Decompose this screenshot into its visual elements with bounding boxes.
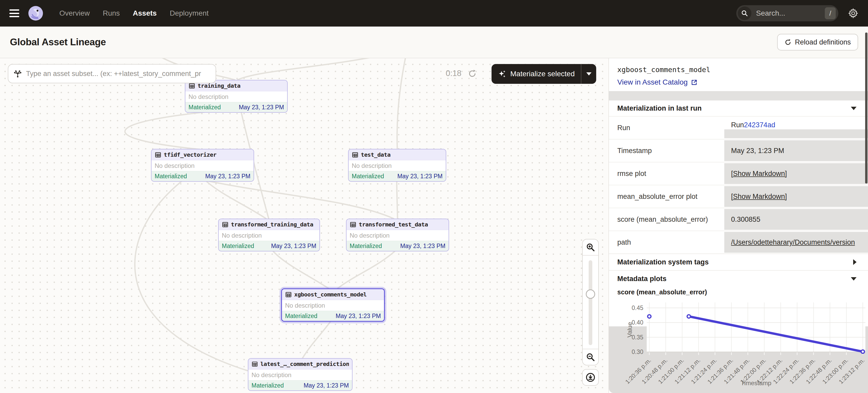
asset-node-header: test_data [349, 150, 446, 160]
asset-node-header: transformed_training_data [219, 219, 319, 230]
page-scrollbar-thumb[interactable] [865, 33, 867, 184]
asset-node-name: latest_…_comment_predictions [260, 361, 349, 367]
menu-icon[interactable] [9, 9, 19, 17]
asset-status-badge: Materialized [251, 382, 284, 389]
collapse-caret-icon [851, 277, 857, 281]
asset-details-panel: xgboost_comments_model View in Asset Cat… [609, 58, 868, 393]
metadata-value-text: 0.300855 [731, 216, 761, 224]
top-nav: OverviewRunsAssetsDeployment Search... / [0, 0, 868, 27]
run-id-link[interactable]: 242374ad [744, 121, 775, 129]
asset-materialized-time: May 23, 1:23 PM [397, 173, 442, 180]
svg-text:0.40: 0.40 [631, 319, 643, 326]
asset-node-name: tfidf_vectorizer [164, 152, 216, 158]
svg-text:Timestamp: Timestamp [741, 380, 771, 387]
metadata-label: rmse plot [617, 162, 646, 185]
asset-node-test_data[interactable]: test_dataNo descriptionMaterializedMay 2… [348, 149, 446, 182]
metadata-value: May 23, 1:23 PM [724, 140, 868, 161]
asset-node-training_data[interactable]: training_dataNo descriptionMaterializedM… [185, 80, 288, 113]
metadata-value-text[interactable]: [Show Markdown] [731, 193, 787, 201]
asset-node-tfidf_vectorizer[interactable]: tfidf_vectorizerNo descriptionMaterializ… [151, 149, 254, 182]
metadata-row-path: path/Users/odetteharary/Documents/versio… [609, 231, 868, 254]
svg-text:0.45: 0.45 [631, 304, 643, 311]
asset-node-name: test_data [361, 152, 391, 158]
metadata-label: Run [617, 117, 630, 139]
metadata-value: 0.300855 [724, 209, 868, 230]
asset-node-name: transformed_test_data [359, 221, 428, 228]
section-materialization-last-run[interactable]: Materialization in last run [609, 100, 868, 116]
svg-text:0.35: 0.35 [631, 334, 643, 341]
nav-item-deployment[interactable]: Deployment [170, 9, 209, 18]
section-metadata-plots[interactable]: Metadata plots [609, 270, 868, 287]
loading-shimmer-strip [724, 129, 868, 138]
search-icon [738, 6, 751, 20]
asset-materialized-time: May 23, 1:23 PM [271, 242, 316, 250]
metadata-value-text[interactable]: /Users/odetteharary/Documents/version [731, 238, 855, 247]
metadata-label: mean_absolute_error plot [617, 185, 698, 208]
svg-text:0.30: 0.30 [631, 349, 643, 355]
zoom-slider-track[interactable] [589, 260, 592, 345]
asset-status-badge: Materialized [188, 104, 221, 111]
asset-status-badge: Materialized [350, 242, 382, 250]
metadata-label: score (mean_absolute_error) [617, 208, 708, 231]
asset-node-description: No description [248, 369, 352, 380]
asset-materialized-time: May 23, 1:23 PM [205, 173, 250, 180]
metadata-label: Timestamp [617, 139, 652, 162]
asset-node-footer: MaterializedMay 23, 1:23 PM [346, 241, 448, 251]
asset-node-description: No description [219, 230, 319, 241]
external-link-icon [691, 79, 698, 86]
download-graph-button[interactable] [582, 369, 599, 386]
table-icon [285, 291, 292, 298]
collapse-caret-icon [851, 107, 857, 110]
asset-selector-icon [13, 69, 22, 78]
asset-status-badge: Materialized [222, 242, 254, 250]
dagster-logo[interactable] [28, 6, 43, 21]
asset-name-title: xgboost_comments_model [617, 66, 711, 74]
metadata-value: [Show Markdown] [724, 163, 868, 184]
asset-graph-canvas[interactable]: training_dataNo descriptionMaterializedM… [0, 58, 609, 393]
zoom-slider-thumb[interactable] [586, 289, 595, 299]
metadata-value-text[interactable]: [Show Markdown] [731, 170, 787, 178]
zoom-in-button[interactable] [583, 239, 598, 256]
zoom-out-button[interactable] [583, 349, 598, 365]
chevron-down-icon [586, 72, 591, 75]
materialize-selected-button[interactable]: Materialize selected [492, 64, 596, 84]
table-icon [188, 83, 195, 89]
asset-node-header: transformed_test_data [346, 219, 448, 230]
settings-gear-icon[interactable] [848, 8, 859, 19]
asset-node-footer: MaterializedMay 23, 1:23 PM [349, 171, 446, 181]
asset-node-name: xgboost_comments_model [294, 291, 367, 298]
table-icon [222, 221, 228, 228]
reload-definitions-button[interactable]: Reload definitions [777, 34, 858, 51]
asset-node-latest_…_comment_predictions[interactable]: latest_…_comment_predictionsNo descripti… [248, 358, 352, 391]
asset-node-description: No description [282, 300, 384, 311]
asset-status-badge: Materialized [352, 173, 384, 180]
asset-node-header: tfidf_vectorizer [152, 150, 254, 160]
dagster-app: OverviewRunsAssetsDeployment Search... /… [0, 0, 868, 393]
materialize-dropdown-button[interactable] [581, 72, 596, 75]
metadata-plot: 0.450.400.350.30Value1:20:36 p.m.1:20:48… [609, 293, 868, 393]
metadata-value-text: May 23, 1:23 PM [731, 147, 784, 155]
view-in-asset-catalog-link[interactable]: View in Asset Catalog [617, 78, 698, 87]
section-system-tags[interactable]: Materialization system tags [609, 254, 868, 270]
global-search-input[interactable]: Search... / [736, 5, 838, 21]
asset-node-xgboost_comments_model[interactable]: xgboost_comments_modelNo descriptionMate… [281, 288, 385, 322]
metadata-row-score-mean_absolute_error-: score (mean_absolute_error)0.300855 [609, 208, 868, 231]
metadata-row-timestamp: TimestampMay 23, 1:23 PM [609, 139, 868, 162]
asset-subset-input[interactable] [26, 70, 210, 78]
run-prefix: Run [731, 121, 744, 129]
metadata-row-run: RunRun 242374ad [609, 116, 868, 139]
asset-node-transformed_training_data[interactable]: transformed_training_dataNo descriptionM… [218, 219, 320, 252]
metadata-value: /Users/odetteharary/Documents/version [724, 232, 868, 253]
asset-node-header: latest_…_comment_predictions [248, 359, 352, 369]
asset-node-footer: MaterializedMay 23, 1:23 PM [248, 380, 352, 390]
nav-item-runs[interactable]: Runs [103, 9, 120, 18]
expand-caret-icon [853, 259, 857, 265]
asset-node-footer: MaterializedMay 23, 1:23 PM [185, 102, 287, 112]
elapsed-timer: 0:18 [446, 69, 461, 78]
nav-item-assets[interactable]: Assets [133, 9, 157, 18]
page-header: Global Asset Lineage Reload definitions [0, 27, 868, 58]
asset-node-description: No description [152, 160, 254, 171]
refresh-graph-icon[interactable] [468, 69, 477, 79]
nav-item-overview[interactable]: Overview [59, 9, 90, 18]
asset-node-transformed_test_data[interactable]: transformed_test_dataNo descriptionMater… [346, 219, 449, 252]
